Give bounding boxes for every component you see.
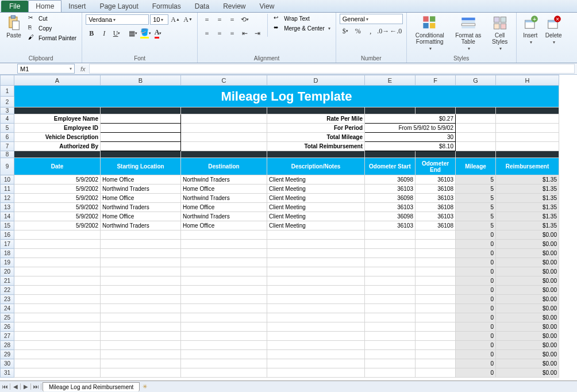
mileage-cell[interactable]: 0 — [456, 304, 496, 313]
cell[interactable] — [101, 322, 181, 332]
mileage-cell[interactable]: 5 — [456, 175, 496, 185]
cell[interactable] — [181, 107, 267, 114]
cell[interactable] — [14, 276, 101, 286]
odo-start-cell[interactable]: 36103 — [365, 185, 416, 194]
row-header-18[interactable]: 18 — [1, 249, 14, 258]
desc-cell[interactable]: Client Meeting — [267, 203, 365, 212]
sheet-nav-last[interactable]: ⏭ — [31, 383, 41, 390]
odo-end-cell[interactable]: 36103 — [416, 194, 456, 203]
tab-insert[interactable]: Insert — [61, 1, 93, 12]
delete-cells-button[interactable]: × Delete — [543, 14, 564, 46]
start-cell[interactable]: Northwind Traders — [101, 185, 181, 194]
cell[interactable] — [416, 295, 456, 304]
cell[interactable] — [496, 151, 559, 158]
mileage-cell[interactable]: 0 — [456, 276, 496, 286]
mileage-cell[interactable]: 0 — [456, 322, 496, 332]
col-header-E[interactable]: E — [365, 75, 416, 86]
tab-data[interactable]: Data — [188, 1, 216, 12]
row-header-27[interactable]: 27 — [1, 332, 14, 341]
row-header-31[interactable]: 31 — [1, 368, 14, 378]
info-label[interactable]: Employee ID — [14, 124, 101, 133]
tab-view[interactable]: View — [253, 1, 282, 12]
tab-review[interactable]: Review — [216, 1, 252, 12]
row-header-28[interactable]: 28 — [1, 341, 14, 350]
cell[interactable] — [267, 276, 365, 286]
title-cell[interactable]: Mileage Log Template — [14, 86, 559, 107]
cell[interactable] — [181, 313, 267, 322]
reimb-cell[interactable]: $0.00 — [496, 295, 559, 304]
align-middle-button[interactable]: ≡ — [214, 14, 225, 25]
mileage-cell[interactable]: 5 — [456, 212, 496, 221]
mileage-cell[interactable]: 0 — [456, 258, 496, 267]
cell[interactable] — [416, 313, 456, 322]
row-header-21[interactable]: 21 — [1, 276, 14, 286]
odo-start-cell[interactable]: 36098 — [365, 175, 416, 185]
cell[interactable] — [181, 142, 267, 151]
desc-cell[interactable]: Client Meeting — [267, 212, 365, 221]
table-header[interactable]: Description/Notes — [267, 158, 365, 175]
row-header-19[interactable]: 19 — [1, 258, 14, 267]
cell[interactable] — [365, 368, 416, 378]
copy-button[interactable]: ⎘Copy — [26, 24, 78, 33]
cell[interactable] — [267, 304, 365, 313]
wrap-text-button[interactable]: ↩Wrap Text — [272, 14, 332, 23]
tab-home[interactable]: Home — [28, 0, 61, 12]
cut-button[interactable]: ✂Cut — [26, 14, 78, 23]
start-cell[interactable]: Home Office — [101, 212, 181, 221]
reimb-cell[interactable]: $0.00 — [496, 304, 559, 313]
cell[interactable] — [416, 230, 456, 240]
table-header[interactable]: Starting Location — [101, 158, 181, 175]
cell[interactable] — [101, 267, 181, 276]
cell[interactable] — [416, 368, 456, 378]
cell[interactable] — [416, 276, 456, 286]
col-header-D[interactable]: D — [267, 75, 365, 86]
reimb-cell[interactable]: $0.00 — [496, 276, 559, 286]
cell[interactable] — [14, 313, 101, 322]
date-cell[interactable]: 5/9/2002 — [14, 212, 101, 221]
mileage-cell[interactable]: 0 — [456, 249, 496, 258]
shrink-font-button[interactable]: A▼ — [182, 14, 194, 25]
orientation-button[interactable]: ⟲▾ — [239, 14, 251, 25]
cell[interactable] — [101, 295, 181, 304]
cell[interactable] — [181, 332, 267, 341]
cell[interactable] — [365, 230, 416, 240]
cell[interactable] — [267, 230, 365, 240]
start-cell[interactable]: Home Office — [101, 194, 181, 203]
reimb-cell[interactable]: $0.00 — [496, 286, 559, 295]
mileage-cell[interactable]: 0 — [456, 295, 496, 304]
format-painter-button[interactable]: 🖌Format Painter — [26, 33, 78, 43]
cell[interactable] — [416, 304, 456, 313]
cell[interactable] — [14, 359, 101, 368]
cell[interactable] — [416, 359, 456, 368]
cell[interactable] — [101, 151, 181, 158]
cell[interactable] — [181, 295, 267, 304]
cell[interactable] — [365, 240, 416, 249]
cell[interactable] — [101, 350, 181, 359]
cell[interactable] — [456, 114, 496, 124]
cell[interactable] — [101, 107, 181, 114]
cell[interactable] — [365, 249, 416, 258]
cell[interactable] — [365, 304, 416, 313]
cell[interactable] — [365, 151, 416, 158]
info-label[interactable]: For Period — [267, 124, 365, 133]
cell[interactable] — [365, 295, 416, 304]
cell[interactable] — [267, 295, 365, 304]
mileage-cell[interactable]: 5 — [456, 203, 496, 212]
mileage-cell[interactable]: 5 — [456, 221, 496, 230]
border-button[interactable]: ▦▾ — [127, 28, 139, 39]
cell[interactable] — [267, 151, 365, 158]
cell[interactable] — [181, 304, 267, 313]
row-header-10[interactable]: 10 — [1, 175, 14, 185]
dest-cell[interactable]: Northwind Traders — [181, 212, 267, 221]
cell[interactable] — [101, 368, 181, 378]
cell[interactable] — [365, 322, 416, 332]
fx-icon[interactable]: fx — [80, 66, 86, 72]
cell[interactable] — [14, 230, 101, 240]
table-header[interactable]: Date — [14, 158, 101, 175]
cell[interactable] — [101, 359, 181, 368]
cell[interactable] — [416, 249, 456, 258]
odo-end-cell[interactable]: 36103 — [416, 175, 456, 185]
row-header-1[interactable]: 1 — [1, 86, 14, 97]
cell[interactable] — [416, 341, 456, 350]
mileage-cell[interactable]: 0 — [456, 267, 496, 276]
